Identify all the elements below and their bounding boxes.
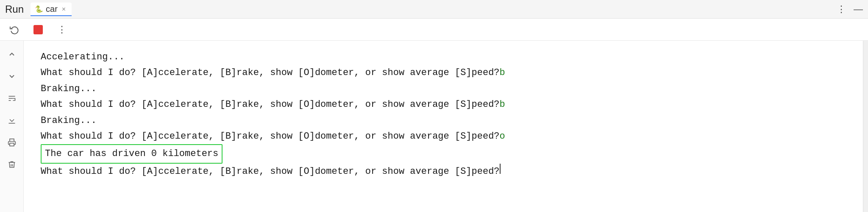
console-line-4: What should I do? [A]ccelerate, [B]rake,… [41,97,846,112]
title-bar-actions: ⋮ — [837,4,863,15]
left-sidebar [0,41,24,212]
clear-button[interactable] [5,158,19,171]
console-line-7: The car has driven 0 kilometers [41,144,846,163]
scroll-down-button[interactable] [5,70,19,83]
console-line-5: Braking... [41,113,846,128]
input-char: o [500,128,505,144]
output-text: What should I do? [A]ccelerate, [B]rake,… [41,65,500,81]
rerun-button[interactable] [7,22,22,37]
console-line-2: What should I do? [A]ccelerate, [B]rake,… [41,65,846,81]
output-text: Braking... [41,81,97,97]
output-text: Accelerating... [41,49,125,65]
rerun-icon [10,25,19,34]
input-char: b [500,97,505,112]
main-area: Accelerating... What should I do? [A]cce… [0,41,868,212]
toolbar-menu-button[interactable]: ⋮ [54,22,70,37]
print-button[interactable] [5,136,19,149]
wrap-lines-button[interactable] [5,92,19,105]
window-menu-icon[interactable]: ⋮ [837,4,847,15]
stop-button[interactable] [31,22,46,37]
toolbar: ⋮ [0,19,868,41]
python-icon: 🐍 [35,5,43,13]
scrollbar-area[interactable] [863,41,868,212]
title-bar: Run 🐍 car × ⋮ — [0,0,868,19]
wrap-icon [8,94,16,103]
minimize-icon[interactable]: — [854,4,863,15]
console-line-8: What should I do? [A]ccelerate, [B]rake,… [41,164,846,180]
odometer-output: The car has driven 0 kilometers [41,144,223,163]
scroll-to-bottom-button[interactable] [5,114,19,127]
arrow-down-icon [8,72,16,81]
print-icon [8,138,16,147]
output-text: What should I do? [A]ccelerate, [B]rake,… [41,164,500,179]
toolbar-dots-icon: ⋮ [57,24,67,35]
output-text: Braking... [41,113,97,128]
run-label: Run [5,3,24,15]
car-tab[interactable]: 🐍 car × [31,3,72,16]
tab-label: car [46,4,58,14]
trash-icon [8,160,16,169]
arrow-up-icon [8,50,16,59]
input-cursor [500,164,501,174]
tab-close-button[interactable]: × [60,5,67,14]
scroll-bottom-icon [8,116,16,125]
console-line-3: Braking... [41,81,846,97]
svg-rect-4 [10,143,14,146]
input-char: b [500,65,505,81]
console-line-1: Accelerating... [41,49,846,65]
output-text: What should I do? [A]ccelerate, [B]rake,… [41,97,500,112]
scroll-up-button[interactable] [5,47,19,61]
output-text: What should I do? [A]ccelerate, [B]rake,… [41,128,500,144]
stop-icon [33,25,43,34]
console-line-6: What should I do? [A]ccelerate, [B]rake,… [41,128,846,144]
console-output: Accelerating... What should I do? [A]cce… [24,41,863,212]
